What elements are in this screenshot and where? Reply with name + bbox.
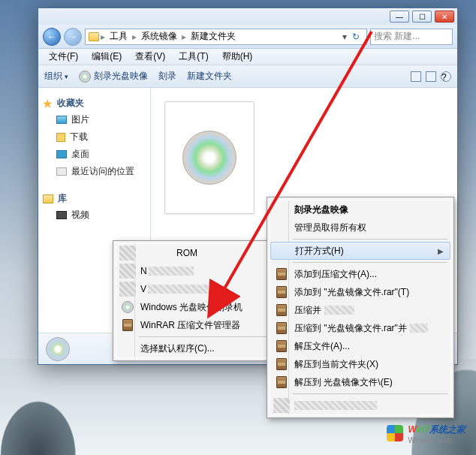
ctx-extract[interactable]: 解压文件(A)... <box>270 337 450 355</box>
close-button[interactable]: ✕ <box>435 11 454 23</box>
winrar-icon <box>275 321 288 335</box>
breadcrumb-0[interactable]: 工具 <box>107 29 131 44</box>
burn-image-button[interactable]: 刻录光盘映像 <box>79 70 148 83</box>
ctx-compress-named[interactable]: 压缩到 "光盘镜像文件.rar"并 <box>270 319 450 337</box>
app-icon <box>273 398 290 413</box>
ctx-burn-image[interactable]: 刻录光盘映像 <box>270 200 450 218</box>
maximize-button[interactable]: ☐ <box>412 11 432 23</box>
preview-pane-icon[interactable] <box>426 71 436 82</box>
view-mode-icon[interactable] <box>411 71 421 82</box>
menu-help[interactable]: 帮助(H) <box>216 49 259 65</box>
menu-view[interactable]: 查看(V) <box>129 49 171 65</box>
sidebar-item-downloads[interactable]: 下载 <box>43 128 146 146</box>
video-icon <box>56 211 67 219</box>
recent-icon <box>56 167 67 176</box>
titlebar: — ☐ ✕ <box>38 8 457 25</box>
watermark-text: W <box>408 424 416 435</box>
back-button[interactable]: ← <box>43 28 61 46</box>
ctx-add-named[interactable]: 添加到 "光盘镜像文件.rar"(T) <box>270 283 450 301</box>
sidebar-libraries[interactable]: 库 <box>43 191 146 206</box>
watermark: Win7系统之家 Winwin7.com <box>387 422 465 444</box>
burn-button[interactable]: 刻录 <box>158 70 176 83</box>
sidebar-item-pictures[interactable]: 图片 <box>43 111 146 128</box>
winrar-icon <box>121 318 134 332</box>
winrar-icon <box>275 303 288 317</box>
star-icon: ★ <box>43 98 53 110</box>
chevron-right-icon: ▸ <box>101 32 105 42</box>
app-icon <box>119 246 136 261</box>
search-input[interactable]: 搜索 新建... <box>370 29 453 45</box>
ctx-open-with[interactable]: 打开方式(H)▶ <box>270 242 450 260</box>
menu-separator <box>293 239 447 240</box>
status-thumbnail-icon <box>46 337 70 361</box>
sidebar-item-videos[interactable]: 视频 <box>43 206 146 224</box>
disc-icon <box>79 71 91 83</box>
disc-icon <box>182 131 236 185</box>
dropdown-icon[interactable]: ▾ <box>342 32 347 42</box>
search-placeholder: 搜索 新建... <box>374 30 420 43</box>
menu-separator <box>293 262 447 263</box>
nav-bar: ← → ▸ 工具 ▸ 系统镜像 ▸ 新建文件夹 ▾ ↻ 搜索 新建... <box>38 25 457 49</box>
chevron-right-icon: ▶ <box>438 247 444 255</box>
app-icon <box>119 264 136 279</box>
toolbar: 组织 刻录光盘映像 刻录 新建文件夹 ? <box>38 65 457 88</box>
desktop-icon <box>56 150 67 158</box>
menu-bar: 文件(F) 编辑(E) 查看(V) 工具(T) 帮助(H) <box>38 49 457 65</box>
ctx-admin-own[interactable]: 管理员取得所有权 <box>270 218 450 237</box>
sidebar-favorites[interactable]: ★收藏夹 <box>43 95 146 111</box>
refresh-icon[interactable]: ↻ <box>348 32 363 42</box>
file-context-menu: 刻录光盘映像 管理员取得所有权 打开方式(H)▶ 添加到压缩文件(A)... 添… <box>267 197 454 418</box>
ctx-compress-and[interactable]: 压缩并 <box>270 301 450 319</box>
winrar-icon <box>275 267 288 281</box>
picture-icon <box>56 116 67 124</box>
ctx-extract-here[interactable]: 解压到当前文件夹(X) <box>270 355 450 373</box>
menu-tools[interactable]: 工具(T) <box>173 49 214 65</box>
folder-icon <box>89 32 99 41</box>
app-icon <box>119 282 136 297</box>
menu-edit[interactable]: 编辑(E) <box>86 49 128 65</box>
winrar-icon <box>275 339 288 353</box>
ctx-add-archive[interactable]: 添加到压缩文件(A)... <box>270 265 450 283</box>
windows-logo-icon <box>387 425 403 441</box>
winrar-icon <box>275 357 288 371</box>
winrar-icon <box>275 285 288 299</box>
new-folder-button[interactable]: 新建文件夹 <box>187 70 232 83</box>
breadcrumb-2[interactable]: 新建文件夹 <box>188 29 239 44</box>
winrar-icon <box>275 375 288 389</box>
help-icon[interactable]: ? <box>441 71 451 82</box>
file-disc-image[interactable] <box>164 101 255 214</box>
sidebar-item-recent[interactable]: 最近访问的位置 <box>43 163 146 180</box>
chevron-right-icon: ▸ <box>182 32 186 42</box>
ctx-extract-named[interactable]: 解压到 光盘镜像文件\(E) <box>270 373 450 391</box>
breadcrumb-1[interactable]: 系统镜像 <box>138 29 180 44</box>
address-bar[interactable]: ▸ 工具 ▸ 系统镜像 ▸ 新建文件夹 ▾ ↻ <box>85 29 367 45</box>
library-icon <box>43 194 53 203</box>
watermark-site: Winwin7.com <box>408 436 465 444</box>
minimize-button[interactable]: — <box>390 11 409 23</box>
download-icon <box>56 133 65 142</box>
menu-file[interactable]: 文件(F) <box>43 49 84 65</box>
ctx-redacted-last[interactable] <box>270 396 450 414</box>
sidebar-item-desktop[interactable]: 桌面 <box>43 146 146 163</box>
disc-icon <box>121 300 134 314</box>
menu-separator <box>293 393 447 394</box>
chevron-right-icon: ▸ <box>132 32 137 42</box>
forward-button[interactable]: → <box>64 28 82 46</box>
organize-button[interactable]: 组织 <box>44 70 68 83</box>
